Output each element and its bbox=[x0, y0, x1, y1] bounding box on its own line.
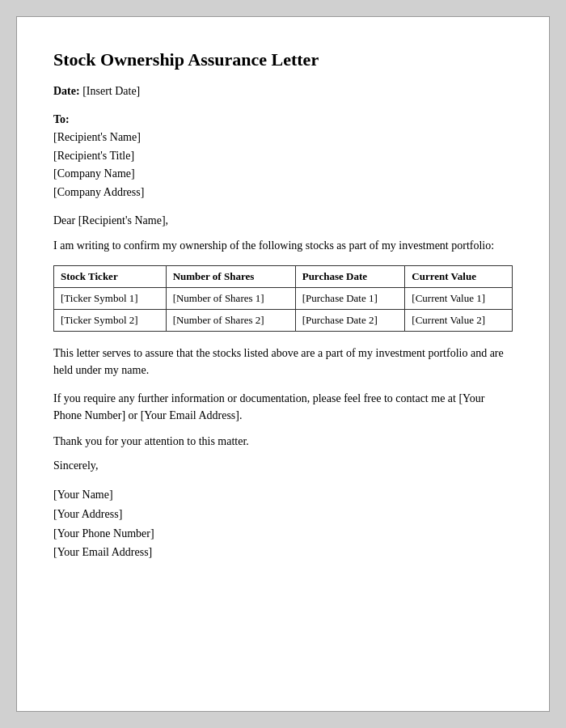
date-line: Date: [Insert Date] bbox=[53, 85, 513, 98]
contact-paragraph: If you require any further information o… bbox=[53, 390, 513, 424]
to-label: To: bbox=[53, 111, 513, 129]
recipient-name: [Recipient's Name] bbox=[53, 129, 513, 146]
letter-document: Stock Ownership Assurance Letter Date: [… bbox=[16, 16, 550, 712]
table-header-row: Stock Ticker Number of Shares Purchase D… bbox=[54, 265, 513, 287]
salutation: Dear [Recipient's Name], bbox=[53, 214, 513, 227]
ticker-1: [Ticker Symbol 1] bbox=[54, 287, 167, 309]
recipient-title: [Recipient's Title] bbox=[53, 147, 513, 165]
date-value: [Insert Date] bbox=[82, 85, 140, 97]
current-value-1: [Current Value 1] bbox=[405, 287, 513, 309]
ticker-2: [Ticker Symbol 2] bbox=[54, 309, 167, 331]
your-address: [Your Address] bbox=[53, 505, 513, 524]
to-block: To: [Recipient's Name] [Recipient's Titl… bbox=[53, 111, 513, 201]
shares-2: [Number of Shares 2] bbox=[166, 309, 295, 331]
table-row: [Ticker Symbol 2] [Number of Shares 2] [… bbox=[54, 309, 513, 331]
table-row: [Ticker Symbol 1] [Number of Shares 1] [… bbox=[54, 287, 513, 309]
col-header-shares: Number of Shares bbox=[166, 265, 295, 287]
your-name: [Your Name] bbox=[53, 485, 513, 505]
assurance-paragraph: This letter serves to assure that the st… bbox=[53, 345, 513, 379]
letter-title: Stock Ownership Assurance Letter bbox=[53, 49, 513, 70]
your-phone: [Your Phone Number] bbox=[53, 524, 513, 544]
current-value-2: [Current Value 2] bbox=[405, 309, 513, 331]
col-header-ticker: Stock Ticker bbox=[54, 265, 167, 287]
purchase-date-1: [Purchase Date 1] bbox=[295, 287, 405, 309]
company-address: [Company Address] bbox=[53, 184, 513, 201]
col-header-date: Purchase Date bbox=[295, 265, 405, 287]
purchase-date-2: [Purchase Date 2] bbox=[295, 309, 405, 331]
shares-1: [Number of Shares 1] bbox=[166, 287, 295, 309]
date-label: Date: bbox=[53, 85, 80, 97]
your-email: [Your Email Address] bbox=[53, 543, 513, 562]
stock-table: Stock Ticker Number of Shares Purchase D… bbox=[53, 265, 513, 332]
opening-paragraph: I am writing to confirm my ownership of … bbox=[53, 237, 513, 254]
thank-you: Thank you for your attention to this mat… bbox=[53, 435, 513, 448]
signature-block: [Your Name] [Your Address] [Your Phone N… bbox=[53, 485, 513, 562]
closing: Sincerely, bbox=[53, 459, 513, 472]
company-name: [Company Name] bbox=[53, 165, 513, 183]
col-header-value: Current Value bbox=[405, 265, 513, 287]
